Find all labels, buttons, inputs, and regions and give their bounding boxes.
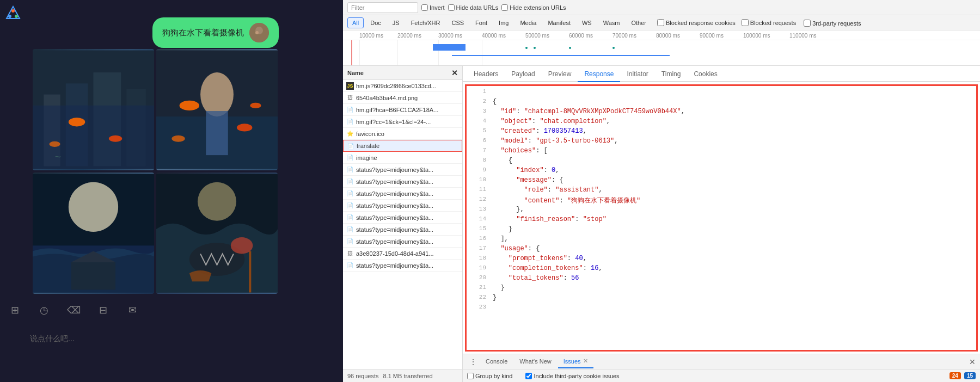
svg-point-4 bbox=[11, 9, 15, 13]
network-item-status-4[interactable]: 📄 status?type=midjourney&ta... bbox=[343, 200, 462, 212]
blocked-requests-label: Blocked requests bbox=[742, 19, 796, 26]
filter-btn-all[interactable]: All bbox=[347, 17, 364, 28]
name-column-header: Name bbox=[347, 70, 364, 76]
hide-data-urls-checkbox[interactable] bbox=[448, 4, 455, 11]
network-item-status-5[interactable]: 📄 status?type=midjourney&ta... bbox=[343, 212, 462, 224]
hide-extension-urls-label: Hide extension URLs bbox=[501, 4, 566, 11]
filter-btn-js[interactable]: JS bbox=[388, 17, 405, 28]
network-item-a3e8[interactable]: 🖼 a3e80237-15d0-48d4-a941... bbox=[343, 248, 462, 260]
chat-text: 狗狗在水下看着摄像机 bbox=[162, 28, 244, 38]
filter-btn-fetch-xhr[interactable]: Fetch/XHR bbox=[406, 17, 445, 28]
doc-icon-gif2: 📄 bbox=[346, 118, 354, 126]
code-line-22: 22 } bbox=[467, 294, 976, 304]
blocked-requests-checkbox[interactable] bbox=[742, 19, 749, 26]
network-item-hm-js[interactable]: JS hm.js?609dc2f866ce0133cd... bbox=[343, 80, 462, 92]
item-name-png: 6540a4b3ba44.md.png bbox=[356, 95, 459, 101]
network-footer: 96 requests 8.1 MB transferred bbox=[343, 369, 462, 382]
network-item-status-2[interactable]: 📄 status?type=midjourney&ta... bbox=[343, 176, 462, 188]
tab-timing[interactable]: Timing bbox=[655, 67, 688, 82]
issues-close-btn[interactable]: ✕ bbox=[583, 358, 588, 365]
network-item-status-6[interactable]: 📄 status?type=midjourney&ta... bbox=[343, 224, 462, 236]
green-dot-3 bbox=[569, 47, 571, 49]
sidebar-icon-eraser[interactable]: ⌫ bbox=[67, 304, 80, 317]
filter-btn-img[interactable]: Img bbox=[494, 17, 513, 28]
console-tab-console[interactable]: Console bbox=[480, 355, 513, 368]
sidebar-icon-mail[interactable]: ✉ bbox=[126, 304, 139, 317]
code-line-13: 13 }, bbox=[467, 206, 976, 215]
filter-input[interactable] bbox=[347, 2, 418, 13]
network-item-favicon[interactable]: ⭐ favicon.ico bbox=[343, 128, 462, 140]
response-content[interactable]: 1 2 { 3 "id": "chatcmpl-8MQvVRkXMpXPodkC… bbox=[465, 84, 978, 352]
sidebar-icon-sliders[interactable]: ⊟ bbox=[96, 304, 109, 317]
network-item-hm-gif-1[interactable]: 📄 hm.gif?hca=B6FC1CA2F18A... bbox=[343, 104, 462, 116]
blocked-response-cookies-label: Blocked response cookies bbox=[657, 19, 736, 26]
svg-rect-12 bbox=[33, 106, 154, 169]
network-item-imagine[interactable]: 📄 imagine bbox=[343, 152, 462, 164]
svg-point-14 bbox=[109, 135, 122, 142]
third-party-checkbox[interactable] bbox=[804, 20, 811, 27]
hide-extension-urls-checkbox[interactable] bbox=[501, 4, 508, 11]
sidebar-icons: ⊞ ◷ ⌫ ⊟ ✉ bbox=[8, 304, 139, 317]
doc-icon-s6: 📄 bbox=[346, 226, 354, 233]
doc-icon-s8: 📄 bbox=[346, 262, 354, 269]
network-item-hm-gif-2[interactable]: 📄 hm.gif?cc=1&ck=1&cl=24-... bbox=[343, 116, 462, 128]
green-dot-2 bbox=[534, 47, 536, 49]
filter-btn-other[interactable]: Other bbox=[626, 17, 651, 28]
network-item-status-8[interactable]: 📄 status?type=midjourney&ta... bbox=[343, 260, 462, 272]
tab-cookies[interactable]: Cookies bbox=[687, 67, 724, 82]
include-third-party-checkbox[interactable] bbox=[525, 373, 532, 379]
network-list-items[interactable]: JS hm.js?609dc2f866ce0133cd... 🖼 6540a4b… bbox=[343, 80, 462, 369]
svg-point-22 bbox=[237, 124, 252, 131]
timeline-100k: 100000 ms bbox=[743, 33, 770, 39]
filter-btn-manifest[interactable]: Manifest bbox=[543, 17, 575, 28]
network-item-translate[interactable]: 📄 translate bbox=[343, 140, 462, 152]
tab-response[interactable]: Response bbox=[578, 67, 620, 82]
network-item-status-3[interactable]: 📄 status?type=midjourney&ta... bbox=[343, 188, 462, 200]
blocked-requests-text: Blocked requests bbox=[750, 20, 796, 26]
timeline-50k: 50000 ms bbox=[525, 33, 549, 39]
svg-point-31 bbox=[198, 182, 236, 221]
filter-btn-wasm[interactable]: Wasm bbox=[598, 17, 625, 28]
tab-payload[interactable]: Payload bbox=[505, 67, 541, 82]
filter-btn-media[interactable]: Media bbox=[515, 17, 541, 28]
code-line-18: 18 "prompt_tokens": 40, bbox=[467, 255, 976, 264]
tab-headers[interactable]: Headers bbox=[467, 67, 505, 82]
filter-btn-font[interactable]: Font bbox=[470, 17, 492, 28]
filter-btn-doc[interactable]: Doc bbox=[365, 17, 386, 28]
code-line-15: 15 } bbox=[467, 225, 976, 235]
close-panel-btn[interactable]: ✕ bbox=[451, 69, 458, 77]
tab-initiator[interactable]: Initiator bbox=[620, 67, 654, 82]
network-item-status-1[interactable]: 📄 status?type=midjourney&ta... bbox=[343, 164, 462, 176]
response-tabs: Headers Payload Preview Response Initiat… bbox=[463, 66, 980, 82]
filter-btn-ws[interactable]: WS bbox=[577, 17, 597, 28]
sidebar-icon-clock[interactable]: ◷ bbox=[38, 304, 51, 317]
filter-buttons-row: All Doc JS Fetch/XHR CSS Font Img Media … bbox=[343, 15, 980, 30]
ico-icon: ⭐ bbox=[346, 130, 354, 138]
console-tab-whats-new[interactable]: What's New bbox=[514, 355, 556, 368]
svg-point-5 bbox=[8, 15, 11, 18]
timeline-blue-bar bbox=[433, 44, 465, 51]
transferred-size: 8.1 MB transferred bbox=[383, 373, 432, 379]
item-name-favicon: favicon.ico bbox=[356, 131, 459, 137]
item-name-status-2: status?type=midjourney&ta... bbox=[356, 178, 459, 185]
invert-checkbox[interactable] bbox=[421, 4, 428, 11]
blocked-response-cookies-text: Blocked response cookies bbox=[666, 20, 736, 26]
svg-rect-20 bbox=[206, 111, 228, 155]
item-name-status-3: status?type=midjourney&ta... bbox=[356, 190, 459, 197]
timeline-80k: 80000 ms bbox=[656, 33, 680, 39]
svg-point-21 bbox=[180, 101, 199, 110]
doc-icon-translate: 📄 bbox=[347, 142, 354, 150]
console-tab-issues[interactable]: Issues ✕ bbox=[558, 355, 593, 368]
sidebar-icon-grid[interactable]: ⊞ bbox=[8, 304, 21, 317]
timeline-30k: 30000 ms bbox=[438, 33, 462, 39]
group-by-kind-checkbox[interactable] bbox=[467, 373, 474, 379]
devtools-close-btn[interactable]: ✕ bbox=[969, 358, 976, 366]
filter-btn-css[interactable]: CSS bbox=[446, 17, 469, 28]
three-dots-menu[interactable]: ⋮ bbox=[467, 358, 479, 366]
response-panel: Headers Payload Preview Response Initiat… bbox=[463, 66, 980, 382]
network-item-png[interactable]: 🖼 6540a4b3ba44.md.png bbox=[343, 92, 462, 104]
tab-preview[interactable]: Preview bbox=[542, 67, 578, 82]
network-item-status-7[interactable]: 📄 status?type=midjourney&ta... bbox=[343, 236, 462, 248]
hide-data-urls-text: Hide data URLs bbox=[456, 4, 499, 11]
blocked-response-cookies-checkbox[interactable] bbox=[657, 19, 664, 26]
